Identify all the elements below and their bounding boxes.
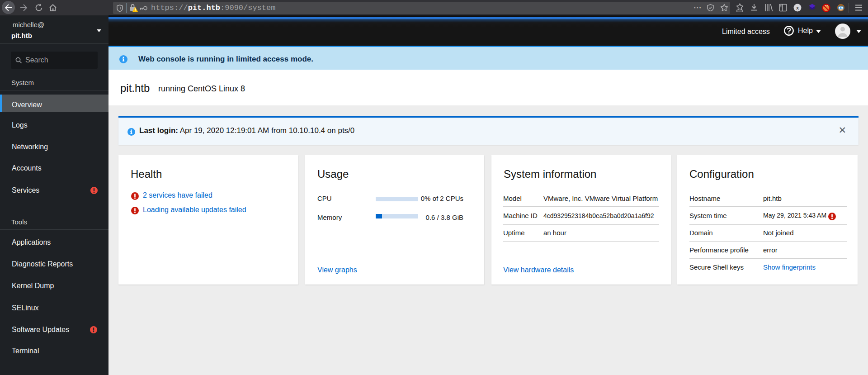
svg-text:x: x <box>796 5 799 10</box>
